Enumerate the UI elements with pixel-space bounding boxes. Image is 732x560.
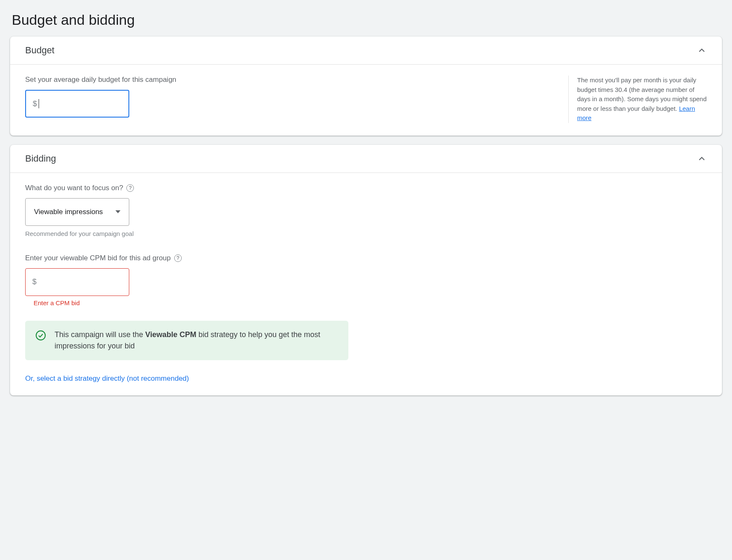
budget-input-wrapper[interactable]: $ bbox=[25, 90, 129, 118]
chevron-up-icon bbox=[697, 154, 707, 164]
bidding-header-title: Bidding bbox=[25, 153, 56, 164]
strategy-info-banner: This campaign will use the Viewable CPM … bbox=[25, 321, 348, 360]
budget-side-info: The most you'll pay per month is your da… bbox=[568, 76, 707, 123]
help-icon[interactable]: ? bbox=[126, 184, 134, 192]
cpm-input-wrapper[interactable]: $ bbox=[25, 268, 129, 296]
budget-input[interactable] bbox=[39, 99, 122, 108]
cpm-error-text: Enter a CPM bid bbox=[34, 299, 707, 306]
help-icon[interactable]: ? bbox=[174, 254, 182, 262]
budget-card-header[interactable]: Budget bbox=[10, 37, 722, 65]
bidding-card: Bidding What do you want to focus on? ? … bbox=[10, 145, 722, 395]
budget-header-title: Budget bbox=[25, 45, 55, 56]
budget-card: Budget Set your average daily budget for… bbox=[10, 37, 722, 136]
select-strategy-directly-link[interactable]: Or, select a bid strategy directly (not … bbox=[25, 374, 707, 383]
currency-symbol: $ bbox=[32, 277, 37, 286]
bidding-card-header[interactable]: Bidding bbox=[10, 145, 722, 173]
focus-field-label: What do you want to focus on? ? bbox=[25, 184, 707, 192]
cpm-input[interactable] bbox=[38, 277, 122, 286]
budget-field-label: Set your average daily budget for this c… bbox=[25, 76, 560, 84]
page-title: Budget and bidding bbox=[12, 12, 722, 28]
strategy-info-text: This campaign will use the Viewable CPM … bbox=[55, 329, 338, 352]
focus-selected-value: Viewable impressions bbox=[34, 208, 103, 216]
check-circle-icon bbox=[35, 330, 46, 341]
chevron-up-icon bbox=[697, 45, 707, 55]
currency-symbol: $ bbox=[33, 99, 37, 108]
focus-helper-text: Recommended for your campaign goal bbox=[25, 230, 707, 237]
cpm-label-text: Enter your viewable CPM bid for this ad … bbox=[25, 254, 171, 262]
cpm-field-label: Enter your viewable CPM bid for this ad … bbox=[25, 254, 707, 262]
svg-point-0 bbox=[36, 331, 45, 340]
focus-label-text: What do you want to focus on? bbox=[25, 184, 123, 192]
focus-select[interactable]: Viewable impressions bbox=[25, 198, 129, 226]
dropdown-arrow-icon bbox=[115, 210, 120, 213]
